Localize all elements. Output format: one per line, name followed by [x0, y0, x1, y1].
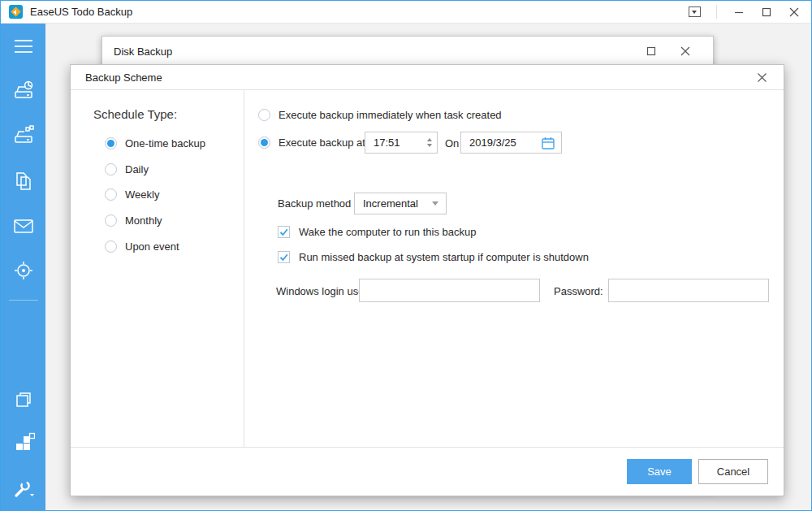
password-label: Password:: [554, 285, 603, 297]
easeus-logo-icon: [9, 5, 23, 19]
radio-daily[interactable]: Daily: [105, 162, 149, 175]
menu-icon[interactable]: [13, 39, 34, 54]
chevron-down-icon: [689, 6, 701, 17]
settings-wrench-icon[interactable]: [11, 479, 36, 500]
disk-backup-title: Disk Backup: [114, 45, 172, 58]
radio-icon: [105, 137, 117, 149]
app-window: EaseUS Todo Backup: [0, 0, 812, 511]
radio-one-time-backup[interactable]: One-time backup: [105, 136, 205, 149]
radio-icon: [105, 214, 117, 227]
save-button[interactable]: Save: [627, 459, 692, 484]
checkbox-label: Wake the computer to run this backup: [299, 226, 476, 238]
date-value: 2019/3/25: [469, 136, 516, 149]
radio-upon-event[interactable]: Upon event: [105, 240, 179, 253]
radio-icon: [105, 240, 117, 253]
dialog-close-button[interactable]: [757, 72, 767, 83]
checkbox-icon: [278, 251, 290, 263]
dialog-title: Backup Scheme: [85, 71, 162, 84]
radio-label: Execute backup at: [279, 136, 365, 149]
sidebar-divider: [9, 300, 38, 301]
chevron-down-icon: [432, 201, 438, 206]
app-titlebar: EaseUS Todo Backup: [1, 1, 811, 24]
titlebar-separator: [716, 5, 717, 19]
mail-backup-icon[interactable]: [12, 216, 35, 236]
radio-icon: [258, 109, 270, 121]
backup-method-label: Backup method: [278, 197, 351, 210]
radio-icon: [258, 136, 270, 149]
schedule-type-heading: Schedule Type:: [93, 107, 177, 121]
dialog-body: Schedule Type: One-time backup Daily Wee…: [71, 90, 784, 447]
radio-icon: [105, 188, 117, 201]
radio-weekly[interactable]: Weekly: [105, 188, 159, 201]
dropdown-menu-button[interactable]: [680, 1, 708, 23]
system-backup-icon[interactable]: [12, 123, 35, 146]
radio-icon: [105, 163, 117, 175]
close-icon: [757, 72, 767, 83]
checkbox-label: Run missed backup at system startup if c…: [299, 251, 589, 263]
windows-login-user-label: Windows login user:: [276, 285, 370, 297]
disk-backup-icon[interactable]: [12, 79, 35, 102]
radio-label: Upon event: [125, 240, 179, 253]
maximize-button[interactable]: [753, 1, 780, 23]
maximize-icon: [762, 7, 771, 17]
schedule-type-panel: Schedule Type: One-time backup Daily Wee…: [71, 90, 244, 447]
radio-label: Execute backup immediately when task cre…: [279, 109, 502, 121]
radio-monthly[interactable]: Monthly: [105, 214, 162, 227]
dialog-footer: Save Cancel: [71, 447, 784, 496]
radio-execute-immediately[interactable]: Execute backup immediately when task cre…: [258, 108, 502, 121]
backup-scheme-dialog: Backup Scheme Schedule Type: One-time ba…: [70, 64, 784, 496]
clone-icon[interactable]: [13, 389, 34, 410]
cancel-button[interactable]: Cancel: [698, 459, 768, 484]
radio-execute-at[interactable]: Execute backup at: [258, 136, 365, 149]
spinner-arrows-icon[interactable]: [427, 138, 432, 147]
disk-maximize-icon[interactable]: [646, 46, 656, 56]
date-picker[interactable]: 2019/3/25: [460, 132, 562, 154]
minimize-icon: [734, 7, 744, 17]
smart-backup-icon[interactable]: [12, 259, 35, 282]
backup-method-value: Incremental: [363, 197, 418, 210]
dialog-header: Backup Scheme: [71, 65, 784, 90]
file-backup-icon[interactable]: [13, 170, 34, 193]
checkbox-wake-computer[interactable]: Wake the computer to run this backup: [278, 225, 476, 238]
radio-label: One-time backup: [125, 137, 205, 149]
close-icon: [789, 7, 799, 17]
radio-label: Weekly: [125, 188, 159, 201]
backup-method-select[interactable]: Incremental: [354, 193, 447, 214]
close-button[interactable]: [780, 1, 808, 23]
checkbox-run-missed-backup[interactable]: Run missed backup at system startup if c…: [278, 250, 589, 263]
password-input[interactable]: [608, 279, 769, 302]
on-label: On: [445, 137, 459, 149]
disk-backup-titlebar: Disk Backup: [102, 37, 713, 66]
checkbox-icon: [278, 226, 290, 238]
time-value: 17:51: [374, 136, 400, 149]
time-spinner[interactable]: 17:51: [365, 132, 438, 154]
minimize-button[interactable]: [725, 1, 753, 23]
radio-label: Monthly: [125, 214, 162, 227]
windows-login-user-input[interactable]: [359, 279, 540, 302]
sidebar: [1, 24, 45, 510]
app-title: EaseUS Todo Backup: [30, 6, 132, 18]
disk-close-icon[interactable]: [680, 46, 690, 56]
calendar-icon[interactable]: [541, 136, 555, 150]
radio-label: Daily: [125, 163, 149, 175]
tools-icon[interactable]: [12, 432, 35, 455]
